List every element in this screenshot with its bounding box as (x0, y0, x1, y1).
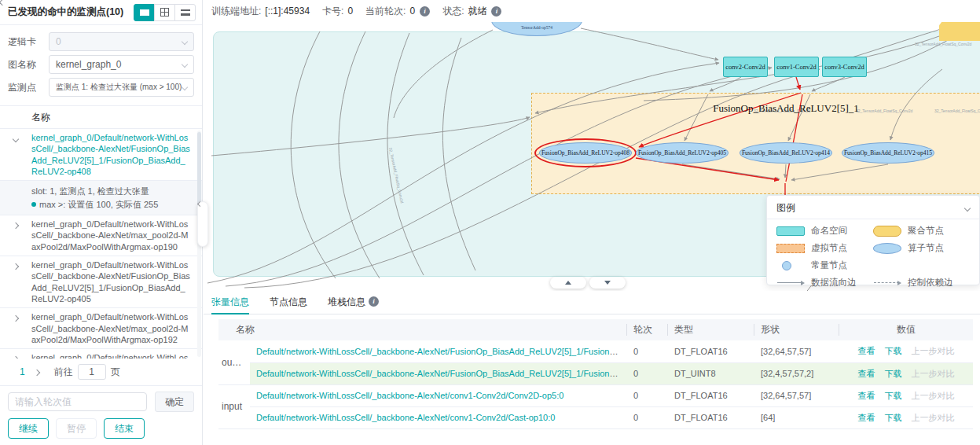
info-icon (369, 296, 379, 307)
confirm-button[interactable]: 确定 (155, 392, 194, 412)
computation-graph-canvas[interactable]: 32_TensorAdd_FloatSq_Conv2d 32_TensorAdd… (204, 22, 980, 291)
graph-node-conv2[interactable]: conv2-Conv2d (723, 57, 768, 77)
status-label: 状态: (442, 5, 464, 18)
info-tabs: 张量信息 节点信息 堆栈信息 (204, 291, 980, 314)
debugger-app: 已发现的命中的监测点(10) 逻辑卡 0 图名称 kernel_graph_0 (0, 0, 980, 445)
graph-filter-form: 逻辑卡 0 图名称 kernel_graph_0 监测点 监测点 1: 检查过大… (0, 25, 202, 106)
graph-collapse-up-button[interactable] (550, 277, 586, 289)
table-row: output Default/network-WithLossCell/_bac… (218, 340, 973, 362)
compare-link: 上一步对比 (912, 369, 955, 378)
aggregate-node[interactable] (939, 22, 980, 41)
next-page-button[interactable] (32, 364, 42, 380)
watchpoint-select[interactable]: 监测点 1: 检查过大张量 (max > 100) (49, 78, 194, 97)
prev-page-button[interactable] (8, 370, 13, 374)
chevron-right-icon (13, 222, 19, 229)
list-view-button[interactable] (134, 4, 155, 21)
virtual-node-swatch (776, 244, 811, 253)
tab-tensor-info[interactable]: 张量信息 (211, 291, 249, 314)
card-value: 0 (347, 6, 353, 17)
status-value: 就绪 (468, 5, 486, 18)
chevron-down-icon (182, 61, 188, 68)
train-addr-value: [::1]:45934 (265, 6, 310, 17)
graph-name-label: 图名称 (8, 58, 49, 72)
tab-node-info[interactable]: 节点信息 (270, 291, 307, 314)
tensor-name-link[interactable]: Default/network-WithLossCell/_backbone-A… (256, 391, 563, 400)
list-item[interactable]: kernel_graph_0/Default/network-WithLossC… (0, 256, 202, 308)
list-item[interactable]: kernel_graph_0/Default/network-WithLossC… (0, 308, 202, 349)
operator-node-swatch (873, 243, 908, 254)
chevron-right-icon (13, 356, 19, 359)
operator-node-op408-hit[interactable]: FusionOp_BiasAdd_ReLUV2-op408 (539, 142, 632, 164)
goto-page-input[interactable] (78, 364, 106, 380)
menu-view-button[interactable] (174, 4, 196, 21)
step-value-input[interactable] (8, 392, 147, 411)
list-item[interactable]: kernel_graph_0/Default/network-WithLossC… (0, 349, 202, 359)
pagination: 1 前往 页 (0, 359, 202, 385)
table-row-highlighted: Default/network-WithLossCell/_backbone-A… (218, 362, 973, 384)
continue-button[interactable]: 继续 (8, 418, 49, 439)
watchpoint-label: 监测点 (8, 81, 49, 94)
info-icon[interactable] (420, 6, 430, 17)
bullet-icon (31, 202, 36, 207)
graph-name-select[interactable]: kernel_graph_0 (49, 55, 194, 74)
hit-node-list: kernel_graph_0/Default/network-WithLossC… (0, 129, 202, 359)
list-icon (140, 9, 149, 16)
download-link[interactable]: 下载 (885, 413, 902, 422)
tensor-name-link[interactable]: Default/network-WithLossCell/_backbone-A… (256, 413, 555, 422)
view-link[interactable]: 查看 (858, 413, 875, 422)
edge-label: 32_TensorAdd_FloatSq_Conv2d (915, 42, 971, 46)
tensor-name-link[interactable]: Default/network-WithLossCell/_backbone-A… (256, 347, 627, 356)
compare-link: 上一步对比 (912, 346, 955, 355)
dataflow-edge-swatch (776, 282, 811, 283)
view-link[interactable]: 查看 (858, 391, 875, 400)
compare-link: 上一步对比 (912, 413, 955, 422)
tensor-name-link[interactable]: Default/network-WithLossCell/_backbone-A… (256, 369, 627, 378)
tab-stack-info[interactable]: 堆栈信息 (328, 291, 379, 314)
download-link[interactable]: 下载 (885, 369, 902, 378)
run-controls: 继续 暂停 结束 (0, 417, 202, 445)
chevron-down-icon (182, 84, 188, 90)
graph-collapse-down-button[interactable] (589, 277, 626, 289)
training-status-bar: 训练端地址: [::1]:45934 卡号: 0 当前轮次: 0 状态: 就绪 (204, 0, 980, 22)
operator-node-op405[interactable]: FusionOp_BiasAdd_ReLUV2-op405 (636, 142, 729, 164)
train-addr-label: 训练端地址: (211, 5, 261, 18)
graph-legend: 图例 命名空间 聚合节点 虚拟节点 算子节点 常量节点 数据流向边 控制依赖边 (766, 195, 980, 285)
chevron-down-icon (13, 136, 19, 142)
grid-view-button[interactable] (154, 4, 175, 21)
chevron-down-icon[interactable] (964, 204, 971, 211)
col-shape: 形状 (754, 319, 839, 340)
group-input: input (218, 384, 250, 428)
panel-title: 已发现的命中的监测点(10) (8, 6, 123, 19)
download-link[interactable]: 下载 (885, 346, 902, 355)
info-icon[interactable] (491, 6, 501, 17)
view-toggle-group (134, 4, 196, 21)
view-link[interactable]: 查看 (858, 369, 875, 378)
aggregate-node-swatch (873, 226, 908, 237)
panel-collapse-handle[interactable] (197, 201, 208, 247)
view-link[interactable]: 查看 (858, 346, 875, 355)
list-item[interactable]: kernel_graph_0/Default/network-WithLossC… (0, 129, 202, 181)
col-name: 名称 (218, 319, 627, 340)
list-header-name: 名称 (0, 106, 202, 129)
card-label: 卡号: (322, 5, 343, 18)
download-link[interactable]: 下载 (885, 391, 902, 400)
list-item[interactable]: kernel_graph_0/Default/network-WithLossC… (0, 215, 202, 256)
control-edge-swatch (873, 282, 908, 283)
terminate-button[interactable]: 结束 (104, 418, 145, 439)
table-row: Default/network-WithLossCell/_backbone-A… (218, 406, 973, 428)
page-number[interactable]: 1 (20, 366, 25, 377)
graph-node-conv1[interactable]: conv1-Conv2d (774, 57, 819, 77)
logic-card-label: 逻辑卡 (8, 35, 49, 49)
graph-node-conv3[interactable]: conv3-Conv2d (822, 57, 867, 77)
compare-link: 上一步对比 (912, 391, 955, 400)
chevron-down-icon (182, 39, 188, 45)
fusion-region-label: FusionOp_BiasAdd_ReLUV2[5]_1 (688, 102, 884, 115)
tensor-table: 名称 轮次 类型 形状 数值 output Default/network-Wi… (218, 319, 973, 429)
left-panel-header: 已发现的命中的监测点(10) (0, 0, 202, 25)
pause-button[interactable]: 暂停 (56, 418, 97, 439)
operator-node-op414[interactable]: FusionOp_BiasAdd_ReLUV2-op414 (740, 142, 832, 164)
triangle-down-icon (604, 281, 611, 285)
current-step-label: 当前轮次: (365, 5, 406, 18)
logic-card-select[interactable]: 0 (49, 32, 194, 51)
operator-node-op415[interactable]: FusionOp_BiasAdd_ReLUV2-op415 (842, 142, 934, 164)
